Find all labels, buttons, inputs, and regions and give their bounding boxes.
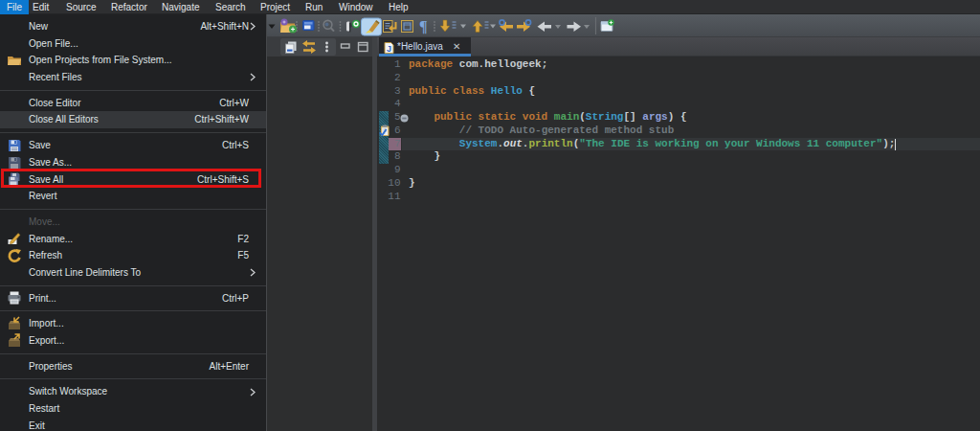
svg-text:J: J xyxy=(387,44,391,54)
svg-text:¶: ¶ xyxy=(419,18,428,34)
